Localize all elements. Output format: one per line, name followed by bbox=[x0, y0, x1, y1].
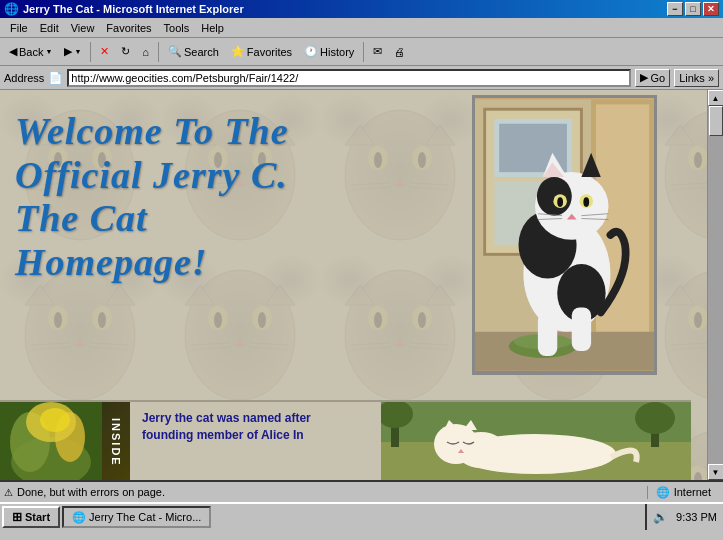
scroll-down-button[interactable]: ▼ bbox=[708, 464, 724, 480]
stop-button[interactable]: ✕ bbox=[95, 41, 114, 63]
toolbar: ◀ Back ▼ ▶ ▼ ✕ ↻ ⌂ 🔍 Search ⭐ Favorites … bbox=[0, 38, 723, 66]
home-button[interactable]: ⌂ bbox=[137, 41, 154, 63]
forward-dropdown-icon: ▼ bbox=[74, 48, 81, 55]
bottom-thumbnail-left: INSIDE bbox=[0, 402, 130, 480]
menu-edit[interactable]: Edit bbox=[34, 20, 65, 36]
menu-file[interactable]: File bbox=[4, 20, 34, 36]
back-icon: ◀ bbox=[9, 45, 17, 58]
internet-icon: 🌐 bbox=[656, 486, 670, 499]
mail-button[interactable]: ✉ bbox=[368, 41, 387, 63]
search-button[interactable]: 🔍 Search bbox=[163, 41, 224, 63]
refresh-button[interactable]: ↻ bbox=[116, 41, 135, 63]
bottom-section: INSIDE Jerry the cat was named after fou… bbox=[0, 400, 691, 480]
ie-icon: 🌐 bbox=[4, 2, 19, 16]
taskbar-active-window[interactable]: 🌐 Jerry The Cat - Micro... bbox=[62, 506, 211, 528]
start-button[interactable]: ⊞ Start bbox=[2, 506, 60, 528]
go-button[interactable]: ▶ Go bbox=[635, 69, 670, 87]
scrollbar[interactable]: ▲ ▼ bbox=[707, 90, 723, 480]
bottom-caption: Jerry the cat was named after founding m… bbox=[142, 410, 369, 444]
browser-content: Welcome to the official Jerry C. the Cat… bbox=[0, 90, 723, 480]
maximize-button[interactable]: □ bbox=[685, 2, 701, 16]
print-icon: 🖨 bbox=[394, 46, 405, 58]
status-zone: 🌐 Internet bbox=[647, 486, 719, 499]
svg-point-31 bbox=[583, 197, 589, 207]
thumbnail-right-svg bbox=[381, 402, 691, 480]
menu-view[interactable]: View bbox=[65, 20, 101, 36]
zone-label: Internet bbox=[674, 486, 711, 498]
forward-button[interactable]: ▶ ▼ bbox=[59, 41, 86, 63]
toolbar-sep-2 bbox=[158, 42, 159, 62]
address-input[interactable] bbox=[67, 69, 631, 87]
minimize-button[interactable]: − bbox=[667, 2, 683, 16]
bottom-text-area: Jerry the cat was named after founding m… bbox=[130, 402, 381, 480]
scroll-thumb[interactable] bbox=[709, 106, 723, 136]
address-icon: 📄 bbox=[48, 71, 63, 85]
welcome-line1: Welcome to the bbox=[15, 110, 445, 154]
welcome-line2: official Jerry C. bbox=[15, 154, 445, 198]
menu-help[interactable]: Help bbox=[195, 20, 230, 36]
taskbar-systray: 🔊 9:33 PM bbox=[645, 504, 721, 530]
bottom-caption-line2: founding member of Alice In bbox=[142, 428, 304, 442]
svg-rect-19 bbox=[596, 104, 649, 356]
window-title: Jerry The Cat - Microsoft Internet Explo… bbox=[23, 3, 244, 15]
svg-rect-41 bbox=[572, 308, 591, 352]
svg-point-27 bbox=[537, 177, 572, 216]
welcome-line3: the Cat bbox=[15, 197, 445, 241]
welcome-heading: Welcome to the official Jerry C. the Cat… bbox=[15, 110, 445, 285]
scroll-up-button[interactable]: ▲ bbox=[708, 90, 724, 106]
menu-favorites[interactable]: Favorites bbox=[100, 20, 157, 36]
ie-taskbar-icon: 🌐 bbox=[72, 511, 86, 524]
svg-point-53 bbox=[635, 402, 675, 434]
cat-photo-svg bbox=[475, 98, 654, 372]
taskbar: ⊞ Start 🌐 Jerry The Cat - Micro... 🔊 9:3… bbox=[0, 502, 723, 530]
speaker-icon: 🔊 bbox=[653, 510, 668, 524]
stop-icon: ✕ bbox=[100, 45, 109, 58]
address-label: Address bbox=[4, 72, 44, 84]
menu-tools[interactable]: Tools bbox=[158, 20, 196, 36]
history-icon: 🕐 bbox=[304, 45, 318, 58]
menu-bar: File Edit View Favorites Tools Help bbox=[0, 18, 723, 38]
page-background: Welcome to the official Jerry C. the Cat… bbox=[0, 90, 707, 480]
refresh-icon: ↻ bbox=[121, 45, 130, 58]
svg-rect-40 bbox=[538, 312, 557, 356]
print-button[interactable]: 🖨 bbox=[389, 41, 410, 63]
toolbar-sep-1 bbox=[90, 42, 91, 62]
title-bar: 🌐 Jerry The Cat - Microsoft Internet Exp… bbox=[0, 0, 723, 18]
mail-icon: ✉ bbox=[373, 45, 382, 58]
status-icon: ⚠ bbox=[4, 487, 13, 498]
links-button[interactable]: Links » bbox=[674, 69, 719, 87]
status-text: Done, but with errors on page. bbox=[17, 486, 643, 498]
toolbar-sep-3 bbox=[363, 42, 364, 62]
windows-icon: ⊞ bbox=[12, 510, 22, 524]
welcome-line4: homepage! bbox=[15, 241, 445, 285]
favorites-button[interactable]: ⭐ Favorites bbox=[226, 41, 297, 63]
cat-photo-inner bbox=[475, 98, 654, 372]
back-button[interactable]: ◀ Back ▼ bbox=[4, 41, 57, 63]
svg-point-47 bbox=[40, 408, 70, 432]
forward-icon: ▶ bbox=[64, 45, 72, 58]
thumbnail-left-svg bbox=[0, 402, 102, 480]
status-bar: ⚠ Done, but with errors on page. 🌐 Inter… bbox=[0, 480, 723, 502]
bottom-thumbnail-right bbox=[381, 402, 691, 480]
search-icon: 🔍 bbox=[168, 45, 182, 58]
home-icon: ⌂ bbox=[142, 46, 149, 58]
bottom-caption-line1: Jerry the cat was named after bbox=[142, 411, 311, 425]
cat-photo bbox=[472, 95, 657, 375]
clock: 9:33 PM bbox=[672, 511, 721, 523]
scroll-track[interactable] bbox=[708, 106, 724, 464]
inside-label: INSIDE bbox=[102, 402, 130, 480]
inside-text: INSIDE bbox=[110, 418, 122, 467]
svg-point-30 bbox=[557, 197, 563, 207]
history-button[interactable]: 🕐 History bbox=[299, 41, 359, 63]
address-bar: Address 📄 ▶ Go Links » bbox=[0, 66, 723, 90]
favorites-icon: ⭐ bbox=[231, 45, 245, 58]
back-dropdown-icon: ▼ bbox=[45, 48, 52, 55]
close-button[interactable]: ✕ bbox=[703, 2, 719, 16]
go-icon: ▶ bbox=[640, 71, 648, 84]
